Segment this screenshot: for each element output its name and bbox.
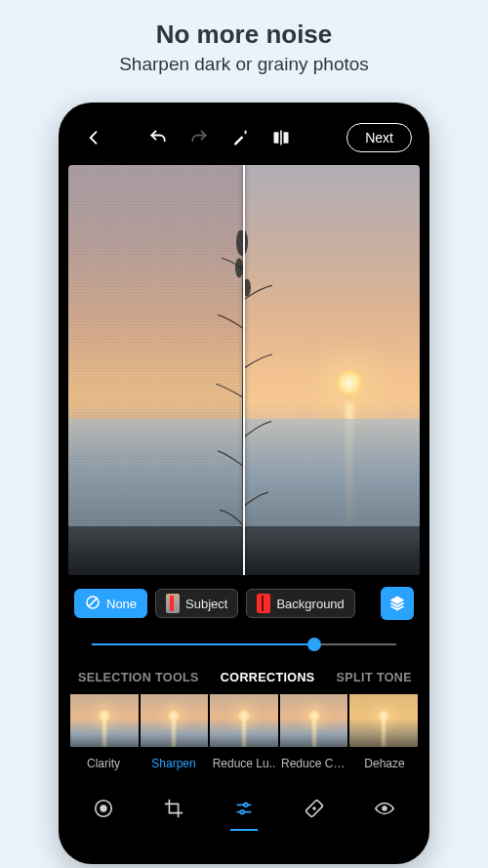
mask-background-button[interactable]: Background [246,589,354,618]
thumb-dehaze[interactable] [349,694,418,747]
next-button[interactable]: Next [346,123,412,152]
thumb-clarity[interactable] [70,694,139,747]
mask-subject-button[interactable]: Subject [155,589,238,618]
label-clarity: Clarity [68,757,139,770]
background-thumb-icon [257,594,270,613]
mask-subject-label: Subject [185,597,227,611]
none-icon [85,595,101,613]
thumb-sharpen[interactable] [141,694,209,747]
svg-point-7 [240,810,244,814]
layers-button[interactable] [381,587,414,620]
tab-selection-tools[interactable]: SELECTION TOOLS [78,671,199,684]
svg-point-5 [100,805,106,811]
photo-preview[interactable] [68,165,420,575]
mask-selector-row: None Subject Background [68,575,420,620]
nav-looks-icon[interactable] [84,792,123,825]
top-toolbar: Next [68,116,420,159]
auto-enhance-icon[interactable] [223,120,258,155]
nav-adjust-icon[interactable] [224,792,264,825]
nav-redeye-icon[interactable] [365,792,404,825]
nav-crop-icon[interactable] [154,792,193,825]
back-icon[interactable] [76,120,111,155]
compare-divider[interactable] [243,165,245,575]
label-reduce-color: Reduce Col.. [279,757,349,770]
label-sharpen: Sharpen [139,757,209,770]
label-reduce-luminance: Reduce Lu.. [209,757,279,770]
thumb-reduce-color[interactable] [280,694,348,747]
svg-point-9 [382,806,387,811]
label-dehaze: Dehaze [349,757,420,770]
thumb-reduce-luminance[interactable] [210,694,278,747]
intensity-slider[interactable] [92,638,396,651]
nav-heal-icon[interactable] [295,792,334,825]
undo-icon[interactable] [141,120,176,155]
mask-none-label: None [106,597,137,611]
after-half [244,165,420,575]
edit-category-tabs: SELECTION TOOLS CORRECTIONS SPLIT TONE H… [68,657,420,694]
phone-frame: Next [59,103,429,864]
subject-thumb-icon [166,594,180,613]
promo-title: No more noise [156,20,333,50]
promo-subtitle: Sharpen dark or grainy photos [119,54,369,75]
intensity-slider-row [68,620,420,657]
correction-thumbnails [68,694,420,747]
tab-corrections[interactable]: CORRECTIONS [221,671,315,684]
mask-background-label: Background [276,597,344,611]
svg-point-6 [244,804,248,807]
compare-icon[interactable] [264,120,299,155]
tab-split-tone[interactable]: SPLIT TONE [337,671,412,684]
correction-labels: Clarity Sharpen Reduce Lu.. Reduce Col..… [68,747,420,782]
before-half [68,165,244,575]
redo-icon[interactable] [182,120,217,155]
bottom-nav [68,782,420,833]
mask-none-button[interactable]: None [74,589,147,618]
